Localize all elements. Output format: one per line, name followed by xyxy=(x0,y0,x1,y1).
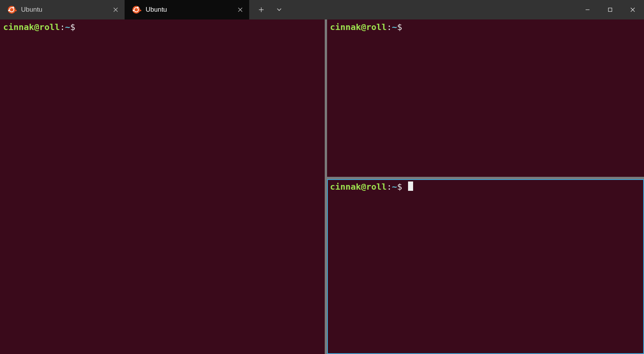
prompt-colon: : xyxy=(60,22,65,33)
close-tab-icon[interactable] xyxy=(112,6,119,13)
titlebar-drag-region[interactable] xyxy=(288,0,576,19)
prompt-path: ~ xyxy=(65,22,70,33)
prompt-space xyxy=(75,22,80,33)
prompt-colon: : xyxy=(387,181,392,193)
prompt-path: ~ xyxy=(392,22,397,33)
tab-ubuntu-0[interactable]: Ubuntu xyxy=(0,0,125,19)
tab-title: Ubuntu xyxy=(21,6,107,14)
prompt-space xyxy=(402,22,407,33)
minimize-icon xyxy=(585,7,590,12)
prompt-line: cinnak@roll:~$ xyxy=(330,22,641,33)
tab-title: Ubuntu xyxy=(146,6,231,14)
prompt-dollar: $ xyxy=(397,181,402,193)
maximize-button[interactable] xyxy=(599,0,621,19)
chevron-down-icon xyxy=(276,8,282,12)
terminal-area: cinnak@roll:~$ cinnak@roll:~$ cinnak@rol… xyxy=(0,19,644,354)
window-controls xyxy=(576,0,644,19)
prompt-line: cinnak@roll:~$ xyxy=(330,181,641,193)
prompt-line: cinnak@roll:~$ xyxy=(3,22,322,33)
close-icon xyxy=(630,7,635,12)
plus-icon xyxy=(259,7,264,12)
prompt-path: ~ xyxy=(392,181,397,193)
prompt-user-host: cinnak@roll xyxy=(3,22,60,33)
close-tab-icon[interactable] xyxy=(237,6,244,13)
new-tab-button[interactable] xyxy=(252,0,270,19)
tab-ubuntu-1[interactable]: Ubuntu xyxy=(125,0,249,19)
cursor-block xyxy=(408,181,413,191)
terminal-pane-left[interactable]: cinnak@roll:~$ xyxy=(0,19,325,354)
prompt-space xyxy=(402,181,407,193)
terminal-pane-right-bottom[interactable]: cinnak@roll:~$ xyxy=(327,179,644,354)
pane-column-left: cinnak@roll:~$ xyxy=(0,19,325,354)
prompt-user-host: cinnak@roll xyxy=(330,22,387,33)
pane-column-right: cinnak@roll:~$ cinnak@roll:~$ xyxy=(327,19,644,354)
svg-rect-0 xyxy=(609,8,612,12)
tab-actions xyxy=(249,0,288,19)
prompt-colon: : xyxy=(387,22,392,33)
terminal-pane-right-top[interactable]: cinnak@roll:~$ xyxy=(327,19,644,177)
minimize-button[interactable] xyxy=(576,0,599,19)
prompt-dollar: $ xyxy=(397,22,402,33)
prompt-dollar: $ xyxy=(70,22,75,33)
maximize-icon xyxy=(608,7,612,12)
new-tab-dropdown[interactable] xyxy=(270,0,288,19)
ubuntu-icon xyxy=(8,6,16,14)
close-window-button[interactable] xyxy=(621,0,644,19)
prompt-user-host: cinnak@roll xyxy=(330,181,387,193)
titlebar: Ubuntu Ubuntu xyxy=(0,0,644,19)
ubuntu-icon xyxy=(132,6,140,14)
